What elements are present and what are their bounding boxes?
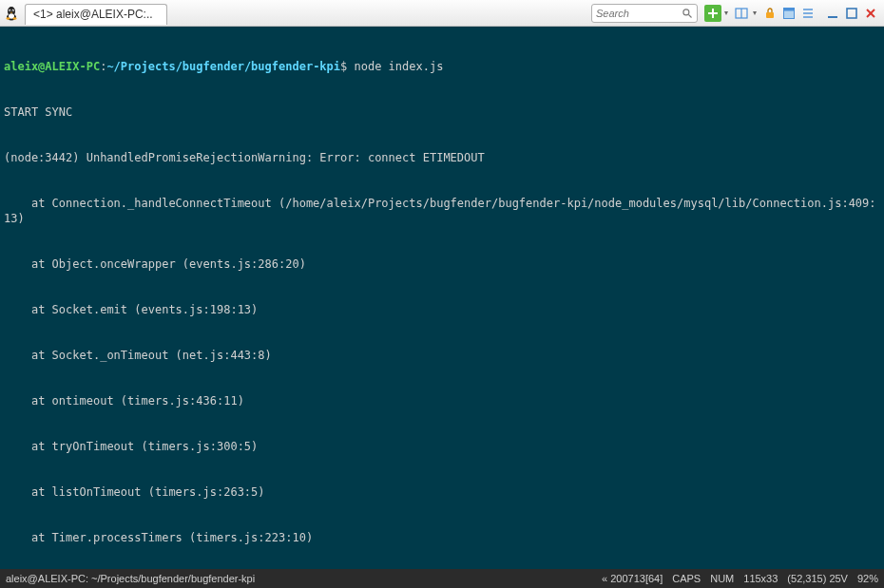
svg-point-10 xyxy=(683,9,689,14)
svg-rect-22 xyxy=(828,16,837,18)
list-button[interactable] xyxy=(799,5,817,22)
statusbar-buffer: « 200713[64] xyxy=(602,573,663,584)
statusbar-pct: 92% xyxy=(857,573,878,584)
new-tab-button[interactable] xyxy=(704,5,721,22)
output-line: at Socket._onTimeout (net.js:443:8) xyxy=(4,348,880,363)
lock-button[interactable] xyxy=(761,5,778,22)
search-input[interactable] xyxy=(596,8,682,19)
output-line: at Connection._handleConnectTimeout (/ho… xyxy=(4,196,880,226)
statusbar-path: aleix@ALEIX-PC: ~/Projects/bugfender/bug… xyxy=(6,573,592,584)
prompt-line: aleix@ALEIX-PC:~/Projects/bugfender/bugf… xyxy=(4,59,880,74)
statusbar-size: 115x33 xyxy=(743,573,778,584)
svg-rect-13 xyxy=(708,12,718,14)
svg-rect-16 xyxy=(766,12,774,18)
minimize-button[interactable] xyxy=(824,6,841,21)
maximize-button[interactable] xyxy=(843,6,860,21)
statusbar-pos: (52,315) 25V xyxy=(787,573,848,584)
svg-point-6 xyxy=(12,9,13,10)
statusbar-caps: CAPS xyxy=(672,573,701,584)
output-line: at Timer.processTimers (timers.js:223:10… xyxy=(4,530,880,545)
svg-point-9 xyxy=(13,17,17,19)
output-line: START SYNC xyxy=(4,104,880,120)
titlebar: <1> aleix@ALEIX-PC:.. ▾ ▾ xyxy=(0,0,884,27)
output-line: (node:3442) UnhandledPromiseRejectionWar… xyxy=(4,150,880,165)
statusbar-num: NUM xyxy=(710,573,734,584)
search-icon[interactable] xyxy=(682,8,693,19)
new-tab-dropdown[interactable]: ▾ xyxy=(722,5,730,22)
prompt-user: aleix@ALEIX-PC xyxy=(4,60,100,73)
svg-point-5 xyxy=(10,9,10,10)
terminal-output[interactable]: aleix@ALEIX-PC:~/Projects/bugfender/bugf… xyxy=(0,27,884,569)
search-box[interactable] xyxy=(591,4,698,23)
prompt-command: node index.js xyxy=(354,60,443,73)
output-line: at Socket.emit (events.js:198:13) xyxy=(4,302,880,317)
output-line: at Object.onceWrapper (events.js:286:20) xyxy=(4,256,880,272)
statusbar: aleix@ALEIX-PC: ~/Projects/bugfender/bug… xyxy=(0,569,884,588)
output-line: at listOnTimeout (timers.js:263:5) xyxy=(4,484,880,500)
output-line: at tryOnTimeout (timers.js:300:5) xyxy=(4,439,880,454)
svg-line-11 xyxy=(689,14,692,17)
prompt-path: ~/Projects/bugfender/bugfender-kpi xyxy=(106,60,340,73)
view-button[interactable] xyxy=(780,5,798,22)
panes-dropdown[interactable]: ▾ xyxy=(751,5,759,22)
panes-button[interactable] xyxy=(733,5,750,22)
close-button[interactable] xyxy=(862,6,879,21)
svg-rect-23 xyxy=(847,9,856,18)
svg-rect-18 xyxy=(784,8,795,10)
tux-icon xyxy=(4,6,19,21)
output-line: at ontimeout (timers.js:436:11) xyxy=(4,393,880,408)
tab-title[interactable]: <1> aleix@ALEIX-PC:.. xyxy=(25,4,167,25)
svg-point-8 xyxy=(7,17,10,19)
